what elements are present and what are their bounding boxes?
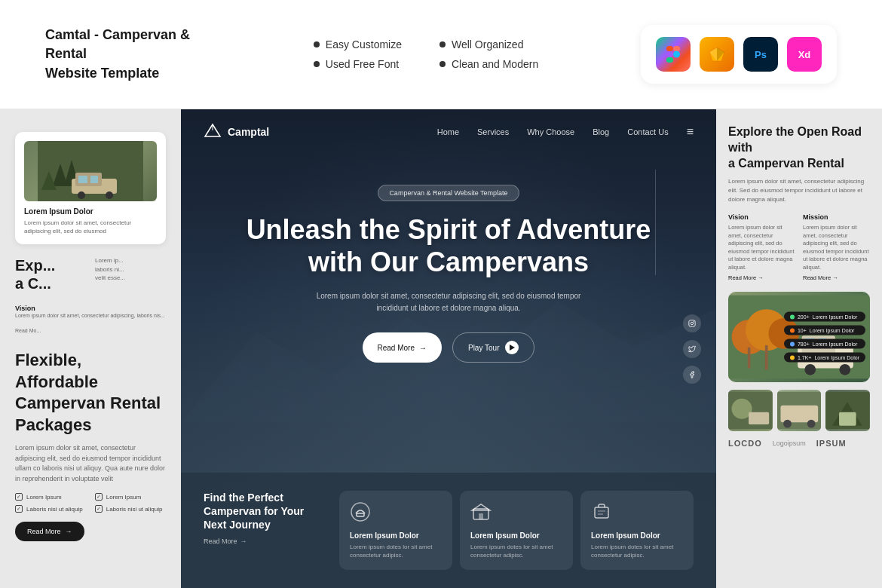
nav-why-choose[interactable]: Why Choose [527, 127, 574, 136]
stat-0: 200+ Lorem Ipsum Dolor [784, 312, 865, 322]
svg-rect-38 [765, 345, 768, 369]
stat-dot-3 [790, 355, 795, 360]
feature-item-2: Well Organized [439, 38, 538, 51]
stat-dot-2 [790, 341, 795, 346]
feature-col-left: Easy Customize Used Free Font [314, 38, 402, 70]
hero-title-l1: Unleash the Spirit of Adventure [247, 214, 651, 245]
play-tour-button[interactable]: Play Tour [452, 332, 535, 363]
feature-label-1: Used Free Font [326, 58, 399, 70]
svg-marker-28 [472, 504, 490, 510]
svg-point-25 [351, 503, 369, 521]
card-image [24, 141, 157, 201]
stat-value-2: 780+ [798, 341, 810, 347]
left-vision: Vision Lorem ipsum dolor sit amet, conse… [15, 305, 165, 320]
check-label-0: Lorem Ipsum [26, 494, 62, 501]
check-icon-1 [15, 505, 23, 513]
svg-rect-37 [748, 348, 751, 369]
find-title-l3: Next Journey [204, 519, 271, 531]
mockup-logo: Camptal [204, 123, 269, 141]
check-item-3: Laboris nisi ut aliquip [95, 505, 163, 513]
svg-point-3 [673, 51, 680, 58]
brand-ipsum: IPSUM [816, 439, 847, 448]
feature-item-0: Easy Customize [314, 38, 402, 51]
svg-rect-2 [666, 52, 673, 57]
hero-title-l2: with Our Campervans [308, 247, 589, 277]
right-mission-text: Lorem ipsum dolor sit amet, consectetur … [803, 224, 870, 271]
right-mission-read-more[interactable]: Read More → [803, 274, 870, 281]
facebook-icon[interactable] [683, 366, 701, 384]
sketch-icon [700, 37, 734, 72]
tool-icons-group: Ps Xd [641, 25, 837, 84]
stat-2: 780+ Lorem Ipsum Dolor [784, 339, 865, 349]
svg-point-42 [839, 364, 850, 375]
check-item-0: Lorem Ipsum [15, 493, 83, 501]
vision-text: Lorem ipsum dolor sit amet, consectetur … [15, 312, 165, 320]
check-label-3: Laboris nisi ut aliquip [106, 506, 163, 513]
features-list: Easy Customize Used Free Font Well Organ… [314, 38, 538, 70]
find-read-more[interactable]: Read More → [204, 537, 324, 545]
arrow-right-icon: → [419, 344, 427, 352]
right-image-card: 200+ Lorem Ipsum Dolor 10+ Lorem Ipsum D… [728, 292, 870, 382]
mockup-navbar: Camptal Home Services Why Choose Blog Co… [181, 109, 716, 155]
nav-home[interactable]: Home [437, 127, 459, 136]
read-more-btn-label: Read More [378, 344, 415, 352]
left-read-more-button[interactable]: Read More → [15, 522, 84, 541]
center-preview: Camptal Home Services Why Choose Blog Co… [181, 109, 716, 588]
svg-rect-50 [780, 406, 818, 423]
check-item-2: Lorem Ipsum [95, 493, 163, 501]
right-title-l2: a Campervan Rental [728, 157, 844, 170]
nav-blog[interactable]: Blog [593, 127, 609, 136]
bullet-1 [314, 61, 320, 67]
nav-contact[interactable]: Contact Us [627, 127, 668, 136]
service-card-0: Lorem Ipsum Dolor Lorem ipsum dotes lor … [339, 491, 452, 570]
read-more-button[interactable]: Read More → [363, 332, 442, 363]
instagram-icon[interactable] [683, 314, 701, 332]
right-mission-title: Mission [803, 213, 870, 221]
feature-label-3: Clean and Modern [452, 58, 538, 70]
twitter-icon[interactable] [683, 340, 701, 358]
bottom-thumbnails [728, 390, 870, 431]
find-arrow-icon: → [240, 537, 247, 545]
hamburger-icon[interactable]: ≡ [687, 125, 694, 139]
left-vm-section: Vision Lorem ipsum dolor sit amet, conse… [15, 305, 166, 320]
right-vision-mission: Vision Lorem ipsum dolor sit amet, conse… [728, 213, 870, 281]
svg-rect-1 [673, 46, 680, 51]
card-title: Lorem Ipsum Dolor [24, 207, 157, 216]
service-icon-2 [591, 501, 615, 525]
logo-svg [204, 123, 222, 141]
section-title-l1: Flexible, Affordable [15, 351, 98, 391]
hero-title: Unleash the Spirit of Adventure with Our… [211, 213, 686, 278]
nav-services[interactable]: Services [477, 127, 509, 136]
stat-label-0: Lorem Ipsum Dolor [813, 314, 858, 320]
title-line1: Camtal - Campervan & Rental [45, 27, 190, 61]
svg-point-23 [691, 322, 693, 324]
left-checklist: Lorem Ipsum Laboris nisi ut aliquip Lore… [15, 493, 166, 513]
find-title-l2: Campervan for Your [204, 505, 304, 517]
find-campervan-section: Find the Perfect Campervan for Your Next… [204, 491, 694, 570]
svg-rect-30 [595, 507, 608, 518]
hero-buttons: Read More → Play Tour [211, 332, 686, 363]
right-vision-text: Lorem ipsum dolor sit amet, consectetur … [728, 224, 795, 271]
service-icon-1 [470, 501, 495, 525]
thumb-2 [825, 390, 870, 431]
brand-logoipsum: Logoipsum [773, 439, 806, 447]
feature-label-2: Well Organized [452, 38, 523, 51]
right-title-l1: Explore the Open Road with [728, 125, 862, 154]
stat-value-0: 200+ [798, 314, 810, 320]
right-panel: Explore the Open Road with a Campervan R… [716, 109, 882, 588]
brand-locdo: LOCDO [728, 439, 762, 448]
explore-heading: Exp...a C... [15, 256, 86, 292]
right-vision-read-more[interactable]: Read More → [728, 274, 795, 281]
find-title-l1: Find the Perfect [204, 492, 283, 504]
section-title-l2: Campervan Rental [15, 394, 161, 412]
vision-title: Vision [15, 305, 165, 312]
svg-rect-26 [357, 513, 364, 516]
card-text: Lorem ipsum dolor sit amet, consectetur … [24, 219, 157, 235]
svg-rect-55 [839, 412, 856, 426]
left-top-card: Lorem Ipsum Dolor Lorem ipsum dolor sit … [15, 132, 166, 244]
bullet-3 [439, 61, 446, 67]
check-label-1: Laboris nisi ut aliquip [26, 506, 83, 513]
right-vision-title: Vision [728, 213, 795, 221]
service-title-0: Lorem Ipsum Dolor [350, 531, 442, 540]
hero-subtitle: Lorem ipsum dolor sit amet, consectetur … [305, 290, 592, 314]
